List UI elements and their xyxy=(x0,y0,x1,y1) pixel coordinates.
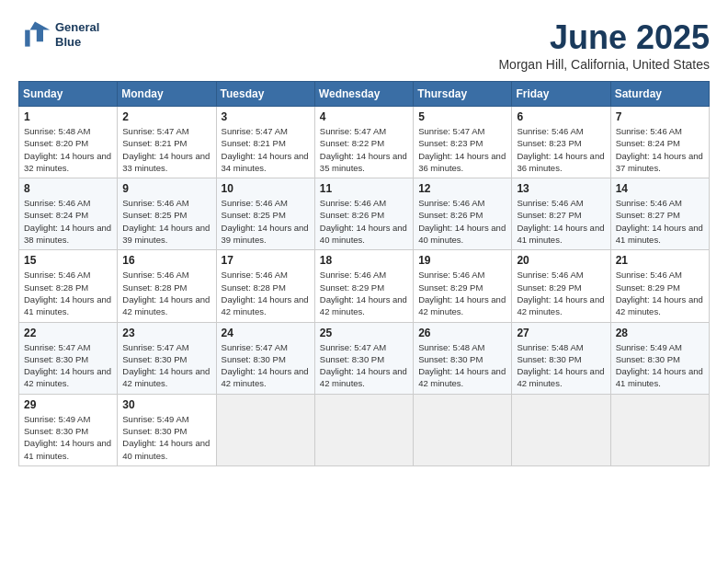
logo: General Blue xyxy=(18,18,99,52)
calendar-cell: 30 Sunrise: 5:49 AM Sunset: 8:30 PM Dayl… xyxy=(118,394,216,465)
day-number: 28 xyxy=(616,327,704,339)
calendar-cell: 22 Sunrise: 5:47 AM Sunset: 8:30 PM Dayl… xyxy=(19,322,118,394)
day-content: Sunrise: 5:46 AM Sunset: 8:24 PM Dayligh… xyxy=(24,197,112,246)
calendar-cell: 3 Sunrise: 5:47 AM Sunset: 8:21 PM Dayli… xyxy=(216,107,314,178)
day-content: Sunrise: 5:47 AM Sunset: 8:21 PM Dayligh… xyxy=(122,125,210,174)
calendar-cell: 10 Sunrise: 5:46 AM Sunset: 8:25 PM Dayl… xyxy=(216,178,314,250)
day-content: Sunrise: 5:47 AM Sunset: 8:30 PM Dayligh… xyxy=(320,341,408,390)
day-number: 18 xyxy=(320,254,408,267)
calendar-cell: 24 Sunrise: 5:47 AM Sunset: 8:30 PM Dayl… xyxy=(216,322,314,394)
logo-text: General Blue xyxy=(55,20,99,49)
day-number: 20 xyxy=(517,254,605,267)
header-tuesday: Tuesday xyxy=(216,82,314,107)
week-row-5: 29 Sunrise: 5:49 AM Sunset: 8:30 PM Dayl… xyxy=(19,394,710,465)
calendar-cell xyxy=(314,394,413,465)
day-number: 30 xyxy=(122,398,210,411)
day-number: 6 xyxy=(517,110,605,123)
day-number: 24 xyxy=(222,327,310,339)
header-friday: Friday xyxy=(512,82,610,107)
day-number: 27 xyxy=(517,327,605,339)
day-content: Sunrise: 5:46 AM Sunset: 8:24 PM Dayligh… xyxy=(616,125,704,174)
day-content: Sunrise: 5:47 AM Sunset: 8:21 PM Dayligh… xyxy=(222,125,310,174)
day-content: Sunrise: 5:48 AM Sunset: 8:30 PM Dayligh… xyxy=(418,341,506,390)
day-number: 14 xyxy=(616,182,704,195)
day-number: 12 xyxy=(418,182,506,195)
day-number: 17 xyxy=(222,254,310,267)
day-number: 25 xyxy=(320,327,408,339)
calendar-cell: 15 Sunrise: 5:46 AM Sunset: 8:28 PM Dayl… xyxy=(19,250,118,322)
calendar-cell: 23 Sunrise: 5:47 AM Sunset: 8:30 PM Dayl… xyxy=(118,322,216,394)
calendar-cell: 5 Sunrise: 5:47 AM Sunset: 8:23 PM Dayli… xyxy=(414,107,512,178)
svg-rect-2 xyxy=(25,30,29,47)
day-number: 1 xyxy=(24,110,112,123)
day-number: 21 xyxy=(616,254,704,267)
day-content: Sunrise: 5:46 AM Sunset: 8:27 PM Dayligh… xyxy=(616,197,704,246)
calendar-cell xyxy=(414,394,512,465)
week-row-4: 22 Sunrise: 5:47 AM Sunset: 8:30 PM Dayl… xyxy=(19,322,710,394)
day-content: Sunrise: 5:46 AM Sunset: 8:29 PM Dayligh… xyxy=(418,269,506,317)
day-content: Sunrise: 5:46 AM Sunset: 8:28 PM Dayligh… xyxy=(222,269,310,317)
calendar-cell xyxy=(216,394,314,465)
calendar-cell: 12 Sunrise: 5:46 AM Sunset: 8:26 PM Dayl… xyxy=(414,178,512,250)
calendar-cell: 14 Sunrise: 5:46 AM Sunset: 8:27 PM Dayl… xyxy=(610,178,709,250)
day-content: Sunrise: 5:47 AM Sunset: 8:30 PM Dayligh… xyxy=(24,341,112,390)
day-content: Sunrise: 5:46 AM Sunset: 8:29 PM Dayligh… xyxy=(320,269,408,317)
calendar-cell: 27 Sunrise: 5:48 AM Sunset: 8:30 PM Dayl… xyxy=(512,322,610,394)
calendar-cell: 28 Sunrise: 5:49 AM Sunset: 8:30 PM Dayl… xyxy=(610,322,709,394)
title-section: June 2025 Morgan Hill, California, Unite… xyxy=(498,18,710,72)
week-row-2: 8 Sunrise: 5:46 AM Sunset: 8:24 PM Dayli… xyxy=(19,178,710,250)
day-number: 15 xyxy=(24,254,112,267)
calendar-cell: 25 Sunrise: 5:47 AM Sunset: 8:30 PM Dayl… xyxy=(314,322,413,394)
calendar-cell xyxy=(512,394,610,465)
day-content: Sunrise: 5:48 AM Sunset: 8:30 PM Dayligh… xyxy=(517,341,605,390)
day-content: Sunrise: 5:49 AM Sunset: 8:30 PM Dayligh… xyxy=(616,341,704,390)
day-number: 10 xyxy=(222,182,310,195)
day-content: Sunrise: 5:46 AM Sunset: 8:25 PM Dayligh… xyxy=(222,197,310,246)
day-number: 7 xyxy=(616,110,704,123)
day-content: Sunrise: 5:46 AM Sunset: 8:27 PM Dayligh… xyxy=(517,197,605,246)
day-content: Sunrise: 5:47 AM Sunset: 8:30 PM Dayligh… xyxy=(222,341,310,390)
day-content: Sunrise: 5:46 AM Sunset: 8:28 PM Dayligh… xyxy=(24,269,112,317)
day-number: 19 xyxy=(418,254,506,267)
calendar-cell xyxy=(610,394,709,465)
calendar-table: SundayMondayTuesdayWednesdayThursdayFrid… xyxy=(18,81,710,466)
calendar-cell: 16 Sunrise: 5:46 AM Sunset: 8:28 PM Dayl… xyxy=(118,250,216,322)
day-content: Sunrise: 5:47 AM Sunset: 8:22 PM Dayligh… xyxy=(320,125,408,174)
header-monday: Monday xyxy=(118,82,216,107)
day-content: Sunrise: 5:46 AM Sunset: 8:29 PM Dayligh… xyxy=(517,269,605,317)
day-content: Sunrise: 5:46 AM Sunset: 8:26 PM Dayligh… xyxy=(320,197,408,246)
day-content: Sunrise: 5:49 AM Sunset: 8:30 PM Dayligh… xyxy=(122,413,210,462)
logo-icon xyxy=(18,18,51,52)
calendar-header-row: SundayMondayTuesdayWednesdayThursdayFrid… xyxy=(19,82,710,107)
calendar-cell: 7 Sunrise: 5:46 AM Sunset: 8:24 PM Dayli… xyxy=(610,107,709,178)
day-number: 9 xyxy=(122,182,210,195)
header-thursday: Thursday xyxy=(414,82,512,107)
day-content: Sunrise: 5:46 AM Sunset: 8:25 PM Dayligh… xyxy=(122,197,210,246)
header: General Blue June 2025 Morgan Hill, Cali… xyxy=(18,18,710,72)
calendar-cell: 11 Sunrise: 5:46 AM Sunset: 8:26 PM Dayl… xyxy=(314,178,413,250)
day-number: 2 xyxy=(122,110,210,123)
day-number: 29 xyxy=(24,398,112,411)
day-number: 11 xyxy=(320,182,408,195)
calendar-cell: 18 Sunrise: 5:46 AM Sunset: 8:29 PM Dayl… xyxy=(314,250,413,322)
day-content: Sunrise: 5:46 AM Sunset: 8:28 PM Dayligh… xyxy=(122,269,210,317)
day-number: 22 xyxy=(24,327,112,339)
calendar-cell: 29 Sunrise: 5:49 AM Sunset: 8:30 PM Dayl… xyxy=(19,394,118,465)
header-sunday: Sunday xyxy=(19,82,118,107)
header-wednesday: Wednesday xyxy=(314,82,413,107)
calendar-cell: 6 Sunrise: 5:46 AM Sunset: 8:23 PM Dayli… xyxy=(512,107,610,178)
day-number: 23 xyxy=(122,327,210,339)
day-content: Sunrise: 5:46 AM Sunset: 8:23 PM Dayligh… xyxy=(517,125,605,174)
calendar-cell: 17 Sunrise: 5:46 AM Sunset: 8:28 PM Dayl… xyxy=(216,250,314,322)
calendar-cell: 20 Sunrise: 5:46 AM Sunset: 8:29 PM Dayl… xyxy=(512,250,610,322)
day-number: 16 xyxy=(122,254,210,267)
day-content: Sunrise: 5:47 AM Sunset: 8:23 PM Dayligh… xyxy=(418,125,506,174)
calendar-cell: 8 Sunrise: 5:46 AM Sunset: 8:24 PM Dayli… xyxy=(19,178,118,250)
calendar-cell: 1 Sunrise: 5:48 AM Sunset: 8:20 PM Dayli… xyxy=(19,107,118,178)
day-content: Sunrise: 5:49 AM Sunset: 8:30 PM Dayligh… xyxy=(24,413,112,462)
calendar-cell: 21 Sunrise: 5:46 AM Sunset: 8:29 PM Dayl… xyxy=(610,250,709,322)
day-content: Sunrise: 5:46 AM Sunset: 8:26 PM Dayligh… xyxy=(418,197,506,246)
day-content: Sunrise: 5:48 AM Sunset: 8:20 PM Dayligh… xyxy=(24,125,112,174)
day-number: 3 xyxy=(222,110,310,123)
calendar-cell: 9 Sunrise: 5:46 AM Sunset: 8:25 PM Dayli… xyxy=(118,178,216,250)
